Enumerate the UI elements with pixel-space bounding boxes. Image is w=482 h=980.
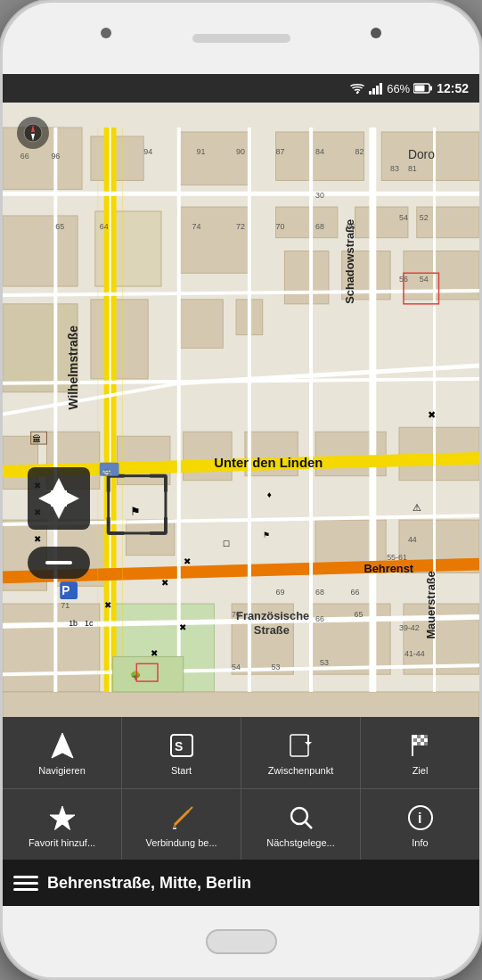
speaker-grille — [192, 34, 290, 43]
svg-line-175 — [189, 807, 192, 811]
navigation-cross-button[interactable] — [28, 467, 90, 530]
destination-button[interactable]: Ziel — [361, 717, 479, 788]
connection-label: Verbindung be... — [145, 837, 216, 848]
svg-text:68: 68 — [315, 588, 324, 597]
status-bar: 66% 12:52 — [3, 74, 479, 103]
svg-rect-14 — [3, 216, 78, 286]
navigation-cross-icon — [28, 467, 90, 530]
waypoint-button[interactable]: Zwischenpunkt — [241, 717, 361, 788]
svg-text:66: 66 — [20, 152, 29, 161]
zoom-out-button[interactable] — [28, 547, 90, 579]
svg-marker-145 — [53, 478, 65, 490]
svg-text:1c: 1c — [85, 619, 94, 628]
favorite-label: Favorit hinzuf... — [29, 837, 95, 848]
svg-text:54: 54 — [399, 213, 408, 222]
waypoint-label: Zwischenpunkt — [268, 765, 333, 776]
menu-button[interactable] — [13, 876, 38, 891]
nearest-label: Nächstgelege... — [266, 837, 334, 848]
svg-text:P: P — [61, 583, 69, 597]
start-button[interactable]: S Start — [122, 717, 241, 788]
battery-text: 66% — [387, 82, 410, 95]
svg-marker-173 — [50, 806, 75, 830]
menu-line-3 — [13, 888, 38, 891]
svg-text:✖: ✖ — [104, 600, 111, 610]
svg-text:Straße: Straße — [254, 623, 290, 637]
svg-text:74: 74 — [192, 222, 201, 231]
svg-text:Wilhelmstraße: Wilhelmstraße — [66, 325, 80, 410]
svg-text:✖: ✖ — [428, 409, 436, 420]
compass-icon[interactable] — [17, 117, 49, 149]
svg-rect-44 — [404, 604, 479, 674]
svg-text:65: 65 — [355, 610, 364, 619]
svg-rect-17 — [276, 207, 338, 238]
connection-button[interactable]: Verbindung be... — [122, 789, 241, 860]
address-text: Behrenstraße, Mitte, Berlin — [47, 874, 251, 893]
phone-shell: 66% 12:52 — [0, 0, 482, 980]
svg-rect-45 — [3, 692, 479, 717]
svg-text:S: S — [175, 739, 183, 754]
action-bar-top: Navigieren S Start — [3, 717, 479, 788]
action-bar-bottom: Favorit hinzuf... Verbindung be... — [3, 788, 479, 860]
info-label: Info — [412, 837, 428, 848]
svg-rect-7 — [415, 86, 425, 92]
svg-rect-161 — [413, 735, 417, 738]
svg-text:Unter den Linden: Unter den Linden — [214, 456, 323, 470]
svg-rect-2 — [372, 88, 375, 95]
svg-rect-162 — [417, 735, 421, 738]
svg-text:⚑: ⚑ — [130, 505, 141, 518]
nearest-button[interactable]: Nächstgelege... — [241, 789, 361, 860]
svg-line-179 — [306, 822, 312, 828]
svg-text:Französische: Französische — [236, 609, 309, 622]
menu-line-2 — [13, 882, 38, 885]
navigate-button[interactable]: Navigieren — [3, 717, 122, 788]
svg-rect-24 — [91, 300, 148, 379]
svg-rect-11 — [179, 132, 249, 185]
svg-rect-12 — [276, 132, 364, 180]
svg-rect-141 — [113, 656, 184, 692]
svg-text:Behrenst: Behrenst — [364, 562, 413, 575]
svg-text:⚑: ⚑ — [263, 531, 270, 539]
star-icon — [46, 802, 78, 834]
svg-text:84: 84 — [315, 147, 324, 156]
svg-text:90: 90 — [236, 147, 245, 156]
svg-text:53: 53 — [272, 663, 281, 671]
svg-rect-6 — [430, 86, 433, 91]
svg-text:91: 91 — [197, 147, 206, 156]
svg-marker-159 — [305, 742, 312, 745]
svg-rect-157 — [290, 735, 308, 756]
svg-marker-146 — [53, 506, 65, 519]
svg-text:39-42: 39-42 — [399, 623, 420, 632]
svg-text:66: 66 — [315, 614, 324, 623]
svg-text:65: 65 — [55, 222, 64, 231]
svg-text:☐: ☐ — [223, 539, 230, 548]
svg-rect-164 — [424, 735, 428, 738]
svg-rect-165 — [413, 738, 417, 742]
svg-rect-166 — [417, 738, 421, 742]
svg-rect-3 — [376, 86, 379, 95]
favorite-button[interactable]: Favorit hinzuf... — [3, 789, 122, 860]
svg-text:71: 71 — [61, 601, 69, 610]
svg-text:⚠: ⚠ — [413, 502, 421, 513]
svg-rect-16 — [179, 207, 249, 273]
svg-text:81: 81 — [408, 164, 417, 173]
svg-text:83: 83 — [390, 164, 399, 173]
svg-text:55-61: 55-61 — [387, 553, 407, 562]
svg-marker-147 — [38, 492, 51, 505]
svg-marker-148 — [67, 492, 79, 505]
svg-rect-18 — [355, 207, 408, 238]
svg-text:🏛: 🏛 — [32, 434, 41, 444]
home-button[interactable] — [206, 929, 277, 954]
svg-text:1b: 1b — [69, 619, 78, 628]
svg-point-0 — [356, 92, 358, 94]
svg-marker-154 — [52, 733, 73, 758]
signal-icon — [369, 82, 383, 95]
phone-bottom-bar — [3, 906, 479, 977]
svg-point-178 — [291, 808, 307, 824]
info-button[interactable]: i Info — [361, 789, 479, 860]
svg-text:41-44: 41-44 — [404, 649, 425, 658]
svg-text:i: i — [418, 811, 421, 826]
map-area[interactable]: Wilhelmstraße Schadowstraße Mauerstraße … — [3, 103, 479, 717]
svg-text:Schadowstraße: Schadowstraße — [343, 219, 356, 304]
svg-text:✖: ✖ — [34, 534, 41, 544]
svg-text:70: 70 — [232, 610, 241, 619]
